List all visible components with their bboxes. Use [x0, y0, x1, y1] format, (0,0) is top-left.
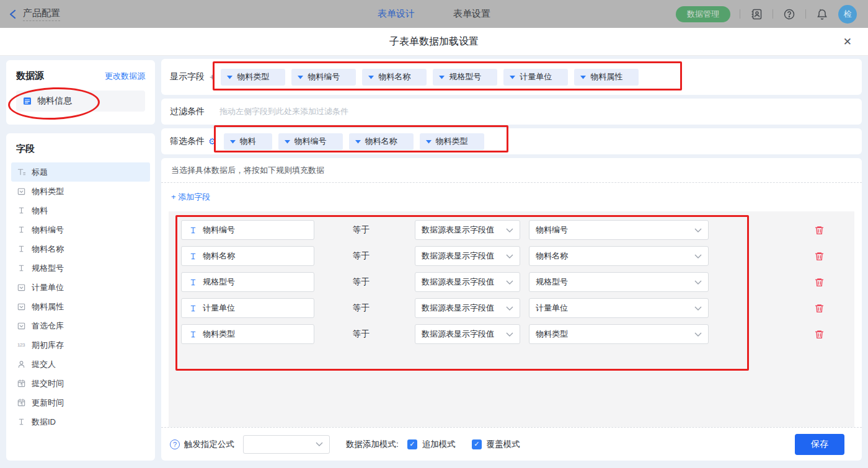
rule-field-input[interactable]: 计量单位 — [181, 298, 314, 318]
tag-label: 物料类型 — [237, 71, 269, 82]
tag-label: 物料编号 — [294, 136, 327, 147]
delete-rule-icon[interactable] — [814, 329, 825, 340]
title-field-icon — [16, 167, 26, 177]
form-icon — [22, 96, 32, 106]
data-manage-button[interactable]: 数据管理 — [676, 6, 730, 22]
back-chevron-icon[interactable] — [9, 9, 17, 19]
field-item-label: 物料类型 — [32, 186, 64, 197]
rule-value-select[interactable]: 物料编号 — [529, 220, 709, 240]
field-item[interactable]: 物料名称 — [11, 239, 150, 258]
rule-source-select[interactable]: 数据源表显示字段值 — [415, 298, 520, 318]
rule-field-input[interactable]: 物料编号 — [181, 220, 314, 240]
rule-field-label: 物料类型 — [203, 329, 235, 340]
rule-field-input[interactable]: 物料类型 — [181, 324, 314, 344]
field-tag[interactable]: 物料类型 — [420, 133, 484, 150]
user-avatar[interactable]: 检 — [838, 5, 857, 24]
notification-bell-icon[interactable] — [815, 7, 829, 21]
rule-field-input[interactable]: 物料名称 — [181, 246, 314, 266]
rule-value-value: 物料类型 — [536, 329, 568, 340]
rule-value-select[interactable]: 物料名称 — [529, 246, 709, 266]
mode-checkbox[interactable]: ✓覆盖模式 — [472, 439, 520, 450]
delete-rule-icon[interactable] — [814, 251, 825, 262]
field-item-label: 标题 — [32, 167, 48, 178]
field-item[interactable]: 规格型号 — [11, 258, 150, 278]
rule-field-label: 计量单位 — [203, 302, 235, 314]
field-item[interactable]: 物料类型 — [11, 182, 150, 201]
field-tag[interactable]: 物料类型 — [221, 69, 285, 86]
field-item[interactable]: 提交人 — [11, 355, 150, 374]
field-item-label: 计量单位 — [32, 282, 64, 293]
field-item[interactable]: 标题 — [11, 162, 150, 182]
text-field-icon — [16, 263, 26, 273]
rule-source-select[interactable]: 数据源表显示字段值 — [415, 324, 520, 344]
rule-source-select[interactable]: 数据源表显示字段值 — [415, 272, 520, 292]
rule-value-select[interactable]: 计量单位 — [529, 298, 709, 318]
modal-footer: ? 触发指定公式 数据添加模式: ✓追加模式✓覆盖模式 保存 — [161, 427, 862, 461]
rules-list: 物料编号等于数据源表显示字段值物料编号物料名称等于数据源表显示字段值物料名称规格… — [169, 211, 854, 427]
field-tag[interactable]: 规格型号 — [433, 69, 497, 86]
triangle-down-icon — [355, 139, 361, 144]
field-item[interactable]: 物料属性 — [11, 297, 150, 316]
gear-icon[interactable]: ⚙ — [208, 137, 216, 146]
field-tag[interactable]: 物料编号 — [278, 133, 343, 150]
close-icon[interactable]: ✕ — [843, 35, 852, 48]
add-field-button[interactable]: + 添加字段 — [171, 192, 210, 203]
field-item[interactable]: 物料编号 — [11, 220, 150, 239]
field-tag[interactable]: 物料编号 — [291, 69, 356, 86]
field-tag[interactable]: 物料 — [224, 133, 272, 150]
save-button[interactable]: 保存 — [795, 434, 844, 455]
field-item-label: 提交人 — [32, 359, 56, 370]
field-item[interactable]: 首选仓库 — [11, 316, 150, 335]
rule-field-input[interactable]: 规格型号 — [181, 272, 314, 292]
divider — [805, 9, 806, 19]
rule-source-select[interactable]: 数据源表显示字段值 — [415, 220, 520, 240]
field-item[interactable]: 数据ID — [11, 412, 150, 431]
change-datasource-link[interactable]: 更改数据源 — [105, 71, 145, 82]
rule-source-select[interactable]: 数据源表显示字段值 — [415, 246, 520, 266]
rule-row: 规格型号等于数据源表显示字段值规格型号 — [181, 272, 854, 292]
field-tag[interactable]: 物料名称 — [349, 133, 414, 150]
field-item-label: 数据ID — [32, 417, 56, 428]
tab-form-design[interactable]: 表单设计 — [378, 8, 415, 20]
contacts-book-icon[interactable] — [750, 7, 763, 21]
rule-value-value: 计量单位 — [536, 302, 568, 314]
rule-field-label: 物料名称 — [203, 250, 235, 262]
tag-label: 物料属性 — [590, 71, 622, 82]
triangle-down-icon — [426, 139, 432, 144]
rule-value-select[interactable]: 规格型号 — [529, 272, 709, 292]
top-bar: 产品配置 表单设计 表单设置 数据管理 — [0, 0, 868, 28]
datasource-card: 数据源 更改数据源 物料信息 — [6, 60, 155, 125]
mode-checkbox[interactable]: ✓追加模式 — [407, 439, 456, 450]
delete-rule-icon[interactable] — [814, 277, 825, 288]
formula-select[interactable] — [243, 435, 330, 454]
delete-rule-icon[interactable] — [814, 303, 825, 314]
field-tag[interactable]: 计量单位 — [503, 69, 568, 86]
display-field-tags: 物料类型物料编号物料名称规格型号计量单位物料属性 — [221, 69, 639, 86]
tab-form-settings[interactable]: 表单设置 — [453, 8, 490, 20]
tag-label: 物料类型 — [436, 136, 468, 147]
field-item-label: 更新时间 — [32, 397, 64, 408]
field-tag[interactable]: 物料属性 — [574, 69, 639, 86]
app-name[interactable]: 产品配置 — [23, 7, 60, 21]
filter-dropzone-placeholder[interactable]: 拖动左侧字段到此处来添加过滤条件 — [219, 106, 348, 117]
datasource-title: 数据源 — [16, 70, 44, 82]
field-item[interactable]: 计量单位 — [11, 278, 150, 297]
field-list: 标题物料类型物料物料编号物料名称规格型号计量单位物料属性首选仓库123期初库存提… — [6, 162, 155, 431]
rule-value-select[interactable]: 物料类型 — [529, 324, 709, 344]
triangle-down-icon — [298, 75, 303, 79]
field-tag[interactable]: 物料名称 — [362, 69, 427, 86]
add-display-field-icon[interactable]: + — [210, 72, 215, 82]
field-item[interactable]: 物料 — [11, 201, 150, 220]
filter-section: 过滤条件 拖动左侧字段到此处来添加过滤条件 — [161, 99, 862, 125]
delete-rule-icon[interactable] — [814, 225, 825, 236]
text-field-icon — [188, 225, 198, 235]
rule-operator: 等于 — [353, 224, 371, 236]
fill-rules-hint: 当选择具体数据后，将按如下规则填充数据 — [161, 158, 862, 183]
datasource-item[interactable]: 物料信息 — [16, 91, 145, 112]
field-item[interactable]: 提交时间 — [11, 374, 150, 393]
field-item[interactable]: 更新时间 — [11, 393, 150, 412]
field-item[interactable]: 123期初库存 — [11, 335, 150, 355]
help-icon[interactable] — [782, 7, 796, 21]
help-circle-icon[interactable]: ? — [170, 439, 180, 449]
select-field-icon — [16, 321, 26, 331]
